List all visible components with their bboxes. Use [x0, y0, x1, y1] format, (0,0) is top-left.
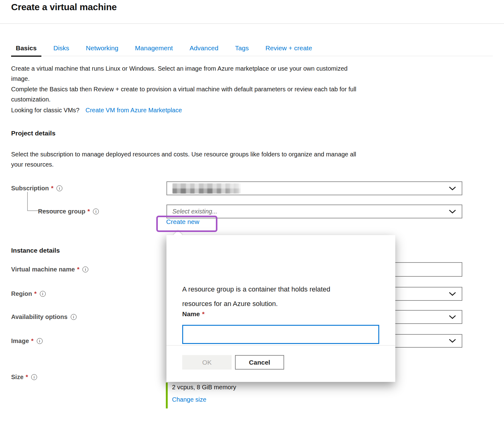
- popup-description: A resource group is a container that hol…: [182, 282, 374, 311]
- chevron-down-icon: [449, 315, 456, 319]
- required-asterisk: *: [26, 374, 28, 381]
- info-icon[interactable]: i: [57, 185, 62, 191]
- info-icon[interactable]: i: [31, 374, 37, 380]
- subscription-value-redacted: [172, 183, 241, 194]
- resource-group-name-input[interactable]: [182, 325, 379, 344]
- project-details-heading: Project details: [11, 130, 56, 137]
- ok-button[interactable]: OK: [182, 355, 232, 370]
- tab-networking[interactable]: Networking: [81, 41, 123, 56]
- tab-bar: Basics Disks Networking Management Advan…: [11, 41, 493, 56]
- resource-group-placeholder: Select existing...: [172, 208, 217, 215]
- size-accent-bar: [166, 383, 168, 408]
- required-asterisk: *: [77, 266, 79, 273]
- resource-group-dropdown[interactable]: Select existing...: [166, 205, 462, 218]
- chevron-down-icon: [449, 339, 456, 343]
- intro-paragraph-1: Create a virtual machine that runs Linux…: [11, 64, 450, 84]
- change-size-link[interactable]: Change size: [172, 396, 206, 403]
- required-asterisk: *: [31, 337, 34, 345]
- popup-name-label: Name *: [182, 310, 204, 318]
- popup-caret: [173, 230, 183, 240]
- chevron-down-icon: [449, 292, 456, 296]
- info-icon[interactable]: i: [37, 338, 43, 344]
- classic-vms-line: Looking for classic VMs? Create VM from …: [11, 105, 182, 115]
- create-new-link[interactable]: Create new: [166, 218, 199, 225]
- resource-group-label: Resource group * i: [38, 205, 99, 218]
- project-details-description: Select the subscription to manage deploy…: [11, 149, 450, 170]
- info-icon[interactable]: i: [93, 209, 99, 214]
- create-vm-page: Create a virtual machine Basics Disks Ne…: [0, 0, 504, 422]
- tab-tags[interactable]: Tags: [230, 41, 253, 56]
- intro-paragraph-2: Complete the Basics tab then Review + cr…: [11, 84, 450, 105]
- tab-basics[interactable]: Basics: [11, 41, 41, 56]
- subscription-label: Subscription * i: [11, 181, 62, 195]
- required-asterisk: *: [87, 208, 90, 215]
- instance-details-heading: Instance details: [11, 247, 60, 254]
- cancel-button[interactable]: Cancel: [235, 355, 284, 370]
- create-vm-marketplace-link[interactable]: Create VM from Azure Marketplace: [86, 107, 182, 114]
- info-icon[interactable]: i: [71, 314, 77, 320]
- size-value: 2 vcpus, 8 GiB memory: [172, 384, 236, 391]
- size-label: Size * i: [11, 370, 37, 384]
- create-resource-group-popup: A resource group is a container that hol…: [166, 235, 395, 382]
- tab-disks[interactable]: Disks: [49, 41, 74, 56]
- vm-name-label: Virtual machine name * i: [11, 262, 88, 277]
- tree-connector-vertical: [27, 192, 28, 210]
- popup-divider: [166, 345, 395, 345]
- tab-review-create[interactable]: Review + create: [261, 41, 317, 56]
- page-title: Create a virtual machine: [11, 2, 117, 12]
- header-divider: [0, 23, 504, 24]
- tab-management[interactable]: Management: [130, 41, 178, 56]
- image-label: Image * i: [11, 334, 43, 348]
- info-icon[interactable]: i: [82, 267, 88, 272]
- classic-vms-prompt: Looking for classic VMs?: [11, 107, 79, 114]
- subscription-dropdown[interactable]: [166, 181, 462, 195]
- chevron-down-icon: [449, 186, 456, 191]
- required-asterisk: *: [202, 310, 204, 318]
- info-icon[interactable]: i: [40, 291, 46, 297]
- tab-advanced[interactable]: Advanced: [185, 41, 223, 56]
- chevron-down-icon: [449, 209, 456, 214]
- required-asterisk: *: [34, 290, 37, 297]
- availability-options-label: Availability options i: [11, 310, 77, 324]
- region-label: Region * i: [11, 287, 46, 301]
- required-asterisk: *: [51, 185, 53, 192]
